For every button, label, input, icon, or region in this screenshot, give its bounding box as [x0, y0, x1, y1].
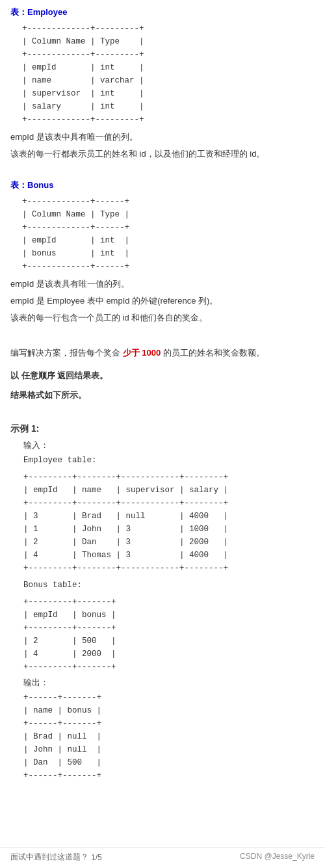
bonus-table-name: Bonus	[27, 180, 53, 190]
employee-section: 表：Employee +-------------+---------+ | C…	[10, 7, 315, 161]
example1-title: 示例 1:	[10, 423, 315, 435]
table-label-prefix: 表：	[10, 7, 27, 17]
bonus-label-prefix: 表：	[10, 180, 27, 190]
bonus-schema: +-------------+------+ | Column Name | T…	[22, 195, 315, 273]
input-label: 输入：	[23, 440, 315, 451]
output-table-data: +------+-------+ | name | bonus | +-----…	[23, 691, 315, 782]
bonus-desc3: 该表的每一行包含一个员工的 id 和他们各自的奖金。	[10, 311, 315, 325]
highlight-number: 少于 1000	[123, 348, 161, 358]
employee-table-label: 表：Employee	[10, 7, 315, 18]
employee-table-data: +---------+--------+------------+-------…	[23, 471, 315, 575]
footer: 面试中遇到过这道题？ 1/5 CSDN @Jesse_Kyrie	[0, 847, 325, 863]
footer-author: CSDN @Jesse_Kyrie	[240, 852, 315, 861]
bonus-desc1: empId 是该表具有唯一值的列。	[10, 277, 315, 291]
footer-left: 面试中遇到过这道题？ 1/5	[10, 852, 102, 863]
output-label: 输出：	[23, 677, 315, 689]
footer-question-text: 面试中遇到过这道题？	[10, 852, 88, 863]
main-content: 表：Employee +-------------+---------+ | C…	[10, 7, 315, 817]
bonus-table-label-ex: Bonus table:	[23, 579, 315, 592]
bonus-table-label: 表：Bonus	[10, 179, 315, 191]
bonus-section: 表：Bonus +-------------+------+ | Column …	[10, 179, 315, 325]
format-text: 结果格式如下所示。	[10, 388, 315, 402]
employee-schema: +-------------+---------+ | Column Name …	[22, 22, 315, 126]
bonus-table-data: +---------+-------+ | empId | bonus | +-…	[23, 596, 315, 674]
example1-body: 输入： Employee table: +---------+--------+…	[23, 440, 315, 782]
example1-section: 示例 1: 输入： Employee table: +---------+---…	[10, 423, 315, 782]
footer-rating: 1/5	[91, 853, 102, 862]
employee-desc2: 该表的每一行都表示员工的姓名和 id，以及他们的工资和经理的 id。	[10, 147, 315, 161]
employee-table-name: Employee	[27, 7, 67, 17]
footer-right: CSDN @Jesse_Kyrie	[240, 852, 315, 863]
employee-desc1: empId 是该表中具有唯一值的列。	[10, 130, 315, 144]
bonus-desc2: empId 是 Employee 表中 empId 的外键(reference …	[10, 294, 315, 308]
problem-text: 编写解决方案，报告每个奖金 少于 1000 的员工的姓名和奖金数额。	[10, 346, 315, 360]
employee-table-label-ex: Employee table:	[23, 454, 315, 467]
return-order-text: 以 任意顺序 返回结果表。	[10, 369, 315, 383]
problem-section: 编写解决方案，报告每个奖金 少于 1000 的员工的姓名和奖金数额。 以 任意顺…	[10, 346, 315, 402]
